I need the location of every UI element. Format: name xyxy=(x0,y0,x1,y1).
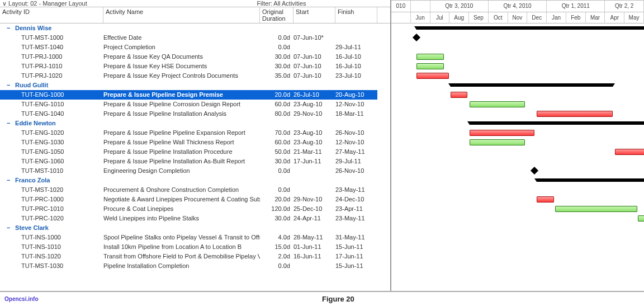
summary-bar[interactable] xyxy=(416,26,644,30)
collapse-icon[interactable]: − xyxy=(7,176,13,185)
activity-id: TUT-MST-1010 xyxy=(21,167,63,174)
task-bar[interactable] xyxy=(555,206,638,212)
finish-date: 23-May-11 xyxy=(335,186,365,193)
gantt-row xyxy=(391,204,644,214)
task-bar[interactable] xyxy=(470,139,525,145)
task-bar[interactable] xyxy=(638,215,644,222)
task-row[interactable]: TUT-PRJ-1020Prepare & Issue Key Project … xyxy=(0,71,390,81)
table-pane: ∨ Layout: 02 - Manager Layout Filter: Al… xyxy=(0,0,391,291)
task-row[interactable]: TUT-PRC-1010Procure & Coat Linepipes120.… xyxy=(0,204,390,214)
task-bar[interactable] xyxy=(470,101,525,107)
group-row[interactable]: − Ruud Gullit xyxy=(0,81,390,90)
group-name: Franco Zola xyxy=(15,177,50,183)
activity-name: Engineering Design Completion xyxy=(103,167,190,174)
month-label xyxy=(391,12,411,23)
finish-date: 24-Dec-10 xyxy=(335,196,364,203)
task-row[interactable]: TUT-INS-1000Spool Pipeline Stalks onto P… xyxy=(0,233,390,242)
duration: 80.0d xyxy=(274,110,290,117)
timeline-header: 010Qtr 3, 2010Qtr 4, 2010Qtr 1, 2011Qtr … xyxy=(391,0,644,23)
task-row[interactable]: TUT-PRC-1020Weld Linepipes into Pipeline… xyxy=(0,214,390,223)
duration: 15.0d xyxy=(274,243,290,250)
activity-name: Prepare & Issue Key QA Documents xyxy=(103,53,203,60)
quarter-label: Qtr 4, 2010 xyxy=(489,1,547,12)
start-date: 23-Aug-10 xyxy=(293,139,322,145)
footer: Opencsi.info Figure 20 xyxy=(0,291,644,306)
collapse-icon[interactable]: − xyxy=(7,23,13,32)
start-date: 01-Jun-11 xyxy=(293,243,321,250)
activity-id: TUT-ENG-1060 xyxy=(21,158,64,164)
task-bar[interactable] xyxy=(416,54,444,60)
task-row[interactable]: TUT-ENG-1040Prepare & Issue Pipeline Ins… xyxy=(0,109,390,119)
task-bar[interactable] xyxy=(416,73,449,79)
col-activity-id[interactable]: Activity ID xyxy=(0,7,103,23)
task-row[interactable]: TUT-ENG-1020Prepare & Issue Pipeline Pip… xyxy=(0,128,390,138)
collapse-icon[interactable]: − xyxy=(7,223,13,232)
activity-name: Prepare & Issue Pipeline Installation Pr… xyxy=(103,148,233,155)
task-row[interactable]: TUT-INS-1010Install 10km Pipeline from L… xyxy=(0,242,390,252)
finish-date: 23-May-11 xyxy=(335,215,365,222)
task-bar[interactable] xyxy=(537,111,613,117)
finish-date: 12-Nov-10 xyxy=(335,139,364,145)
group-row[interactable]: − Steve Clark xyxy=(0,223,390,233)
summary-bar[interactable] xyxy=(451,83,613,87)
task-row[interactable]: TUT-PRJ-1000Prepare & Issue Key QA Docum… xyxy=(0,52,390,62)
task-bar[interactable] xyxy=(451,92,467,98)
task-row[interactable]: TUT-PRJ-1010Prepare & Issue Key HSE Docu… xyxy=(0,62,390,71)
col-start[interactable]: Start xyxy=(293,7,335,23)
collapse-icon[interactable]: − xyxy=(7,81,13,90)
group-name: Eddie Newton xyxy=(15,120,56,126)
group-name: Ruud Gullit xyxy=(15,82,48,88)
task-row[interactable]: TUT-MST-1000Effective Date0.0d07-Jun-10* xyxy=(0,33,390,43)
month-label: Nov xyxy=(508,12,528,23)
finish-date: 23-Apr-11 xyxy=(335,205,363,212)
duration: 20.0d xyxy=(274,196,290,203)
col-finish[interactable]: Finish xyxy=(335,7,377,23)
gantt-row xyxy=(391,261,644,271)
task-row[interactable]: TUT-ENG-1030Prepare & Issue Pipeline Wal… xyxy=(0,138,390,147)
gantt-row xyxy=(391,90,644,100)
collapse-icon[interactable]: − xyxy=(7,119,13,128)
activity-name: Procure & Coat Linepipes xyxy=(103,205,173,212)
duration: 4.0d xyxy=(278,234,290,241)
task-row[interactable]: TUT-INS-1020Transit from Offshore Field … xyxy=(0,252,390,261)
month-label: Aug xyxy=(449,12,469,23)
task-row[interactable]: TUT-PRC-1000Negotiate & Award Linepipes … xyxy=(0,195,390,204)
task-row[interactable]: TUT-ENG-1060Prepare & Issue Pipeline Ins… xyxy=(0,157,390,166)
finish-date: 17-Jun-11 xyxy=(335,253,363,260)
group-row[interactable]: − Dennis Wise xyxy=(0,23,390,33)
activity-id: TUT-INS-1000 xyxy=(21,234,61,241)
activity-id: TUT-ENG-1010 xyxy=(21,101,64,107)
summary-bar[interactable] xyxy=(470,121,644,125)
task-row[interactable]: TUT-ENG-1000Prepare & Issue Pipeline Des… xyxy=(0,90,390,100)
duration: 0.0d xyxy=(278,44,290,50)
task-row[interactable]: TUT-MST-1040Project Completion0.0d29-Jul… xyxy=(0,43,390,52)
duration: 20.0d xyxy=(274,91,290,98)
activity-id: TUT-ENG-1050 xyxy=(21,148,64,155)
group-row[interactable]: − Eddie Newton xyxy=(0,119,390,128)
gantt-row xyxy=(391,233,644,242)
col-duration[interactable]: Original Duration xyxy=(260,7,293,23)
task-bar[interactable] xyxy=(470,130,534,136)
gantt-row xyxy=(391,147,644,157)
gantt-row xyxy=(391,81,644,90)
month-label: Sep xyxy=(469,12,489,23)
summary-bar[interactable] xyxy=(537,178,644,182)
start-date: 07-Jun-10* xyxy=(293,34,324,41)
milestone-marker[interactable] xyxy=(531,167,538,175)
month-label: Apr xyxy=(605,12,624,23)
task-row[interactable]: TUT-MST-1020Procurement & Onshore Constr… xyxy=(0,185,390,195)
gantt-body[interactable] xyxy=(391,23,644,291)
task-row[interactable]: TUT-ENG-1050Prepare & Issue Pipeline Ins… xyxy=(0,147,390,157)
task-bar[interactable] xyxy=(416,63,444,69)
layout-title: ∨ Layout: 02 - Manager Layout xyxy=(2,0,257,7)
task-row[interactable]: TUT-ENG-1010Prepare & Issue Pipeline Cor… xyxy=(0,100,390,109)
milestone-marker[interactable] xyxy=(413,34,420,41)
month-label: Dec xyxy=(527,12,547,23)
group-row[interactable]: − Franco Zola xyxy=(0,176,390,185)
col-activity-name[interactable]: Activity Name xyxy=(103,7,260,23)
task-row[interactable]: TUT-MST-1030Pipeline Installation Comple… xyxy=(0,261,390,271)
task-row[interactable]: TUT-MST-1010Engineering Design Completio… xyxy=(0,166,390,176)
task-bar[interactable] xyxy=(615,149,644,155)
layout-header: ∨ Layout: 02 - Manager Layout Filter: Al… xyxy=(0,0,390,7)
task-bar[interactable] xyxy=(537,196,554,203)
